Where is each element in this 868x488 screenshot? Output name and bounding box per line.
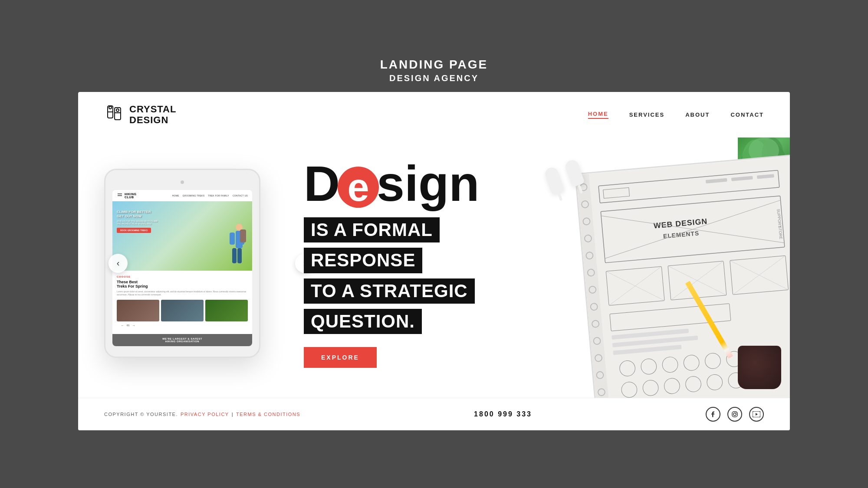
design-word: D e sign: [304, 159, 764, 209]
separator: |: [232, 412, 233, 417]
footer-social: [706, 407, 764, 422]
svg-rect-72: [230, 233, 235, 245]
outer-wrapper: LANDING PAGE DESIGN AGENCY: [0, 40, 868, 448]
tablet-arrows: ← 01 →: [117, 321, 248, 330]
svg-point-77: [736, 413, 737, 413]
footer-left: COPYRIGHT © YOURSITE. PRIVACY POLICY | T…: [104, 412, 300, 417]
tablet-photos: [117, 300, 248, 321]
svg-marker-79: [756, 413, 758, 416]
terms-link[interactable]: TERMS & CONDITIONS: [236, 412, 300, 417]
explore-button[interactable]: EXPLORE: [304, 347, 377, 368]
tablet-logo: HIKINGCLUB: [125, 193, 137, 199]
footer: COPYRIGHT © YOURSITE. PRIVACY POLICY | T…: [78, 398, 790, 430]
tablet-nav: HIKINGCLUB HOME GROOMING TREKS TREK FOR …: [112, 190, 252, 201]
tablet-mockup: ‹ HIKINGCLUB HOME GROOMING TREKS: [104, 169, 269, 357]
tagline-3: TO A STRATEGIC: [304, 278, 475, 304]
tablet-cta: BOOK GROOMING TREKS: [117, 228, 151, 233]
svg-rect-70: [232, 248, 237, 263]
youtube-icon[interactable]: [749, 407, 764, 422]
footer-phone: 1800 999 333: [474, 410, 532, 418]
design-d: D: [304, 159, 340, 209]
instagram-icon[interactable]: [727, 407, 742, 422]
airpods-decoration: [547, 164, 582, 190]
tablet-frame: HIKINGCLUB HOME GROOMING TREKS TREK FOR …: [104, 169, 260, 357]
logo-icon: [104, 104, 123, 125]
nav-services[interactable]: SERVICES: [629, 111, 665, 118]
coffee-cup: [738, 346, 781, 389]
logo-area[interactable]: CRYSTALDESIGN: [104, 104, 176, 125]
design-rest: sign: [377, 159, 479, 209]
photo-1: [117, 300, 159, 321]
hero-content: D e sign IS A FORMAL RESPONSE TO A STRAT…: [295, 159, 764, 368]
nav-about[interactable]: ABOUT: [685, 111, 710, 118]
photo-2: [161, 300, 204, 321]
landing-container: CRYSTALDESIGN HOME SERVICES ABOUT CONTAC…: [78, 92, 790, 430]
svg-rect-75: [732, 412, 737, 417]
facebook-icon[interactable]: [706, 407, 720, 422]
svg-point-5: [116, 109, 119, 111]
privacy-link[interactable]: PRIVACY POLICY: [181, 412, 229, 417]
slider-prev[interactable]: ‹: [108, 254, 128, 273]
tagline-4: QUESTION.: [304, 309, 422, 334]
photo-3: [205, 300, 248, 321]
nav-links: HOME SERVICES ABOUT CONTACT: [588, 111, 764, 119]
logo-text: CRYSTALDESIGN: [129, 104, 176, 125]
tagline-1: IS A FORMAL: [304, 217, 440, 242]
tablet-nav-links: HOME GROOMING TREKS TREK FOR FAMILY CONT…: [172, 194, 248, 197]
page-label: LANDING PAGE DESIGN AGENCY: [380, 58, 488, 83]
page-title: LANDING PAGE: [380, 58, 488, 72]
nav-contact[interactable]: CONTACT: [730, 111, 764, 118]
tablet-content: CHOOSE These BestTreks For Spring Lorem …: [112, 271, 252, 334]
copyright: COPYRIGHT © YOURSITE.: [104, 412, 178, 417]
svg-rect-74: [240, 229, 246, 242]
tablet-footer: WE'RE LARGEST & SAFESTHIKING ORGANISATIO…: [112, 334, 252, 346]
tablet-hero-text: CLIMB FOR BETTERGET OUT NOW JOIN US FOR …: [117, 210, 158, 233]
page-subtitle: DESIGN AGENCY: [380, 73, 488, 83]
tablet-hero-image: CLIMB FOR BETTERGET OUT NOW JOIN US FOR …: [112, 201, 252, 271]
svg-point-76: [733, 413, 736, 416]
tablet-screen: HIKINGCLUB HOME GROOMING TREKS TREK FOR …: [112, 190, 252, 346]
tagline-2: RESPONSE: [304, 248, 422, 273]
svg-rect-3: [115, 108, 121, 120]
tablet-notch: [181, 180, 184, 184]
design-e: e: [338, 167, 379, 208]
svg-point-1: [109, 106, 112, 109]
navbar: CRYSTALDESIGN HOME SERVICES ABOUT CONTAC…: [78, 92, 790, 138]
nav-home[interactable]: HOME: [588, 111, 608, 119]
hero-section: WEB DESIGN ELEMENTS: [78, 138, 790, 398]
svg-rect-71: [237, 248, 242, 263]
hero-tagline: IS A FORMAL RESPONSE TO A STRATEGIC QUES…: [304, 217, 764, 337]
